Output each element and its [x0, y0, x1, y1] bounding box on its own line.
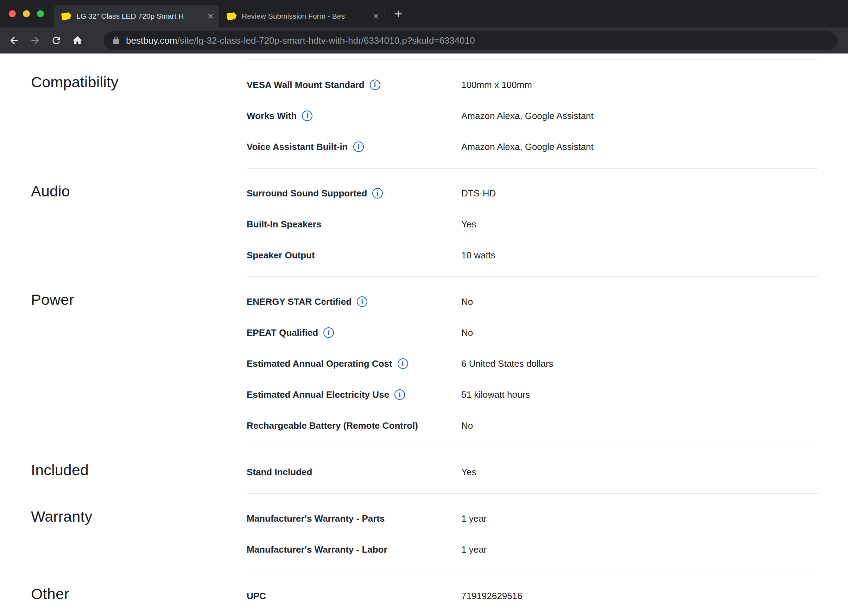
url-text: bestbuy.com/site/lg-32-class-led-720p-sm…	[126, 35, 475, 46]
section-title: Included	[31, 462, 247, 479]
spec-value: Amazon Alexa, Google Assistant	[461, 141, 594, 153]
address-bar[interactable]: bestbuy.com/site/lg-32-class-led-720p-sm…	[104, 31, 838, 50]
spec-label: Speaker Output	[247, 250, 315, 261]
spec-value: Yes	[461, 467, 476, 478]
window-zoom-button[interactable]	[37, 10, 44, 17]
tab-close-icon[interactable]: ×	[207, 11, 213, 21]
section-rows: Surround Sound Supported i DTS-HD Built-…	[247, 169, 818, 277]
spec-row: UPC 719192629516	[247, 580, 818, 612]
section-title-cell: Audio	[0, 169, 247, 277]
tab-strip: LG 32" Class LED 720p Smart H × Review S…	[0, 0, 848, 27]
reload-icon	[51, 35, 62, 46]
tab-title: Review Submission Form - Bes	[242, 12, 368, 21]
spec-row: ENERGY STAR Certified i No	[247, 286, 818, 317]
spec-label-cell: Manufacturer's Warranty - Labor	[247, 544, 461, 555]
spec-value: No	[461, 327, 473, 338]
spec-label: VESA Wall Mount Standard	[247, 80, 365, 91]
spec-label: Works With	[247, 111, 297, 122]
info-icon[interactable]: i	[357, 296, 367, 307]
tab-title: LG 32" Class LED 720p Smart H	[76, 12, 203, 21]
spec-label-cell: Works With i	[247, 111, 461, 122]
spec-row: Manufacturer's Warranty - Parts 1 year	[247, 503, 818, 534]
spec-label-cell: Rechargeable Battery (Remote Control)	[247, 420, 461, 431]
forward-arrow-icon	[30, 35, 41, 46]
section-title-cell: Power	[0, 277, 247, 447]
spec-row: VESA Wall Mount Standard i 100mm x 100mm	[247, 69, 818, 100]
tab-review-form[interactable]: Review Submission Form - Bes ×	[219, 5, 385, 27]
lock-icon	[112, 36, 120, 45]
section-title: Compatibility	[31, 74, 247, 91]
tab-close-icon[interactable]: ×	[373, 11, 379, 21]
window-close-button[interactable]	[9, 10, 16, 17]
spec-label-cell: Estimated Annual Electricity Use i	[247, 389, 461, 400]
section-rows: UPC 719192629516	[247, 571, 818, 616]
spec-section-audio: Audio Surround Sound Supported i DTS-HD …	[0, 169, 848, 277]
spec-value: 6 United States dollars	[461, 358, 553, 369]
spec-row: Rechargeable Battery (Remote Control) No	[247, 410, 818, 441]
info-icon[interactable]: i	[397, 358, 408, 369]
info-icon[interactable]: i	[302, 111, 313, 121]
spec-label-cell: Built-In Speakers	[247, 219, 461, 230]
spec-value: 100mm x 100mm	[461, 80, 532, 91]
spec-row: Surround Sound Supported i DTS-HD	[247, 178, 818, 209]
spec-label: UPC	[247, 591, 266, 601]
reload-button[interactable]	[47, 31, 65, 50]
spec-section-other: Other UPC 719192629516	[0, 571, 848, 616]
spec-row: Stand Included Yes	[247, 457, 818, 487]
spec-label-cell: EPEAT Qualified i	[247, 327, 461, 338]
spec-label: Stand Included	[247, 467, 312, 478]
info-icon[interactable]: i	[323, 327, 334, 338]
spec-label-cell: Speaker Output	[247, 250, 461, 261]
spec-label: Manufacturer's Warranty - Labor	[247, 544, 387, 555]
spec-section-included: Included Stand Included Yes	[0, 447, 848, 494]
url-path: /site/lg-32-class-led-720p-smart-hdtv-wi…	[177, 35, 475, 46]
spec-value: 719192629516	[461, 591, 523, 601]
spec-value: 51 kilowatt hours	[461, 389, 530, 400]
spec-value: No	[461, 420, 473, 431]
spec-label: Estimated Annual Electricity Use	[247, 389, 389, 400]
spec-label-cell: VESA Wall Mount Standard i	[247, 80, 461, 91]
window-controls	[9, 10, 44, 17]
window-minimize-button[interactable]	[23, 10, 30, 17]
spec-value: Amazon Alexa, Google Assistant	[461, 111, 594, 122]
new-tab-button[interactable]: +	[394, 7, 402, 21]
info-icon[interactable]: i	[370, 80, 380, 90]
spec-label: Rechargeable Battery (Remote Control)	[247, 420, 418, 431]
spec-value: DTS-HD	[461, 188, 496, 199]
section-title-cell: Compatibility	[0, 59, 247, 169]
spec-row: EPEAT Qualified i No	[247, 317, 818, 348]
product-specifications: Compatibility VESA Wall Mount Standard i…	[0, 53, 848, 616]
spec-label: Estimated Annual Operating Cost	[247, 358, 392, 369]
spec-row: Manufacturer's Warranty - Labor 1 year	[247, 534, 818, 565]
section-title-cell: Warranty	[0, 494, 247, 571]
spec-label: Surround Sound Supported	[247, 188, 367, 199]
spec-label-cell: Stand Included	[247, 467, 461, 478]
back-button[interactable]	[5, 31, 23, 50]
section-title-cell: Other	[0, 571, 247, 616]
bestbuy-tag-icon	[226, 12, 237, 21]
spec-section-compatibility: Compatibility VESA Wall Mount Standard i…	[0, 59, 848, 169]
section-rows: Stand Included Yes	[247, 447, 818, 494]
section-title-cell: Included	[0, 447, 247, 494]
spec-label: Voice Assistant Built-in	[247, 141, 348, 153]
bestbuy-tag-icon	[61, 12, 72, 21]
tab-separator	[385, 9, 385, 19]
section-title: Warranty	[31, 508, 247, 525]
spec-value: 1 year	[461, 513, 487, 524]
navigation-bar: bestbuy.com/site/lg-32-class-led-720p-sm…	[0, 27, 848, 53]
spec-label: Built-In Speakers	[247, 219, 321, 230]
info-icon[interactable]: i	[372, 188, 383, 199]
spec-value: 1 year	[461, 544, 487, 555]
spec-label-cell: UPC	[247, 591, 461, 601]
forward-button[interactable]	[26, 31, 44, 50]
section-title: Power	[31, 291, 247, 308]
section-rows: Manufacturer's Warranty - Parts 1 year M…	[247, 494, 818, 571]
spec-value: Yes	[461, 219, 476, 230]
info-icon[interactable]: i	[394, 389, 405, 400]
spec-row: Estimated Annual Electricity Use i 51 ki…	[247, 379, 818, 410]
home-icon	[72, 35, 83, 46]
tab-product-page[interactable]: LG 32" Class LED 720p Smart H ×	[54, 5, 219, 27]
spec-row: Estimated Annual Operating Cost i 6 Unit…	[247, 348, 818, 379]
info-icon[interactable]: i	[353, 141, 364, 152]
home-button[interactable]	[68, 31, 87, 50]
